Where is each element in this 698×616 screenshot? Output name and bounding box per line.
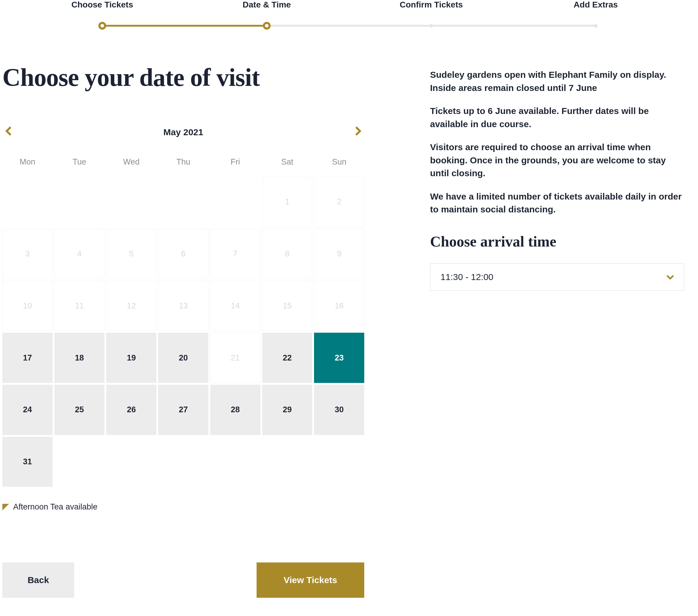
calendar-blank bbox=[158, 177, 208, 227]
step-confirm: Confirm Tickets bbox=[349, 0, 514, 10]
afternoon-tea-icon bbox=[2, 504, 9, 510]
calendar-day-19[interactable]: 19 bbox=[106, 333, 156, 383]
calendar-day-17[interactable]: 17 bbox=[2, 333, 53, 383]
calendar-dow: Fri bbox=[210, 158, 261, 175]
progress-bar: Choose Tickets Date & Time Confirm Ticke… bbox=[20, 0, 678, 27]
calendar-day-30[interactable]: 30 bbox=[314, 385, 364, 435]
chevron-down-icon bbox=[667, 272, 674, 282]
calendar-day-5: 5 bbox=[106, 229, 156, 279]
page-title: Choose your date of visit bbox=[2, 63, 364, 92]
step-dot-1 bbox=[98, 22, 106, 30]
legend: Afternoon Tea available bbox=[2, 502, 364, 511]
calendar-day-10: 10 bbox=[2, 280, 53, 331]
calendar-grid: MonTueWedThuFriSatSun1234567891011121314… bbox=[2, 158, 364, 487]
calendar-dow: Wed bbox=[106, 158, 156, 175]
step-dot-2 bbox=[263, 22, 271, 30]
calendar-day-22[interactable]: 22 bbox=[262, 333, 312, 383]
calendar-dow: Tue bbox=[54, 158, 105, 175]
arrival-time-heading: Choose arrival time bbox=[430, 233, 684, 250]
calendar-day-31[interactable]: 31 bbox=[2, 437, 53, 487]
calendar-day-8: 8 bbox=[262, 229, 312, 279]
calendar-blank bbox=[2, 177, 53, 227]
info-paragraph: Tickets up to 6 June available. Further … bbox=[430, 105, 684, 131]
view-tickets-button[interactable]: View Tickets bbox=[256, 562, 364, 598]
step-add-extras: Add Extras bbox=[514, 0, 678, 10]
calendar-day-3: 3 bbox=[2, 229, 53, 279]
calendar-next-icon[interactable] bbox=[352, 125, 364, 139]
info-text: Sudeley gardens open with Elephant Famil… bbox=[430, 68, 684, 216]
calendar-day-12: 12 bbox=[106, 280, 156, 331]
step-dot-4 bbox=[594, 24, 598, 28]
arrival-time-select[interactable]: 11:30 - 12:00 bbox=[430, 263, 684, 291]
calendar-prev-icon[interactable] bbox=[2, 125, 14, 139]
calendar-day-2: 2 bbox=[314, 177, 364, 227]
calendar-day-6: 6 bbox=[158, 229, 208, 279]
calendar-day-16: 16 bbox=[314, 280, 364, 331]
calendar-day-11: 11 bbox=[54, 280, 105, 331]
step-choose-tickets: Choose Tickets bbox=[20, 0, 184, 10]
calendar-day-4: 4 bbox=[54, 229, 105, 279]
calendar-day-24[interactable]: 24 bbox=[2, 385, 53, 435]
calendar-blank bbox=[210, 177, 261, 227]
info-paragraph: Visitors are required to choose an arriv… bbox=[430, 141, 684, 180]
calendar-day-20[interactable]: 20 bbox=[158, 333, 208, 383]
info-paragraph: We have a limited number of tickets avai… bbox=[430, 190, 684, 216]
legend-label: Afternoon Tea available bbox=[13, 502, 97, 511]
calendar-day-14: 14 bbox=[210, 280, 261, 331]
calendar-dow: Sun bbox=[314, 158, 364, 175]
calendar-dow: Mon bbox=[2, 158, 53, 175]
calendar-day-23[interactable]: 23 bbox=[314, 333, 364, 383]
calendar-day-25[interactable]: 25 bbox=[54, 385, 105, 435]
calendar-month-label: May 2021 bbox=[163, 127, 203, 137]
arrival-time-value: 11:30 - 12:00 bbox=[441, 272, 493, 282]
back-button[interactable]: Back bbox=[2, 562, 74, 598]
calendar-day-28[interactable]: 28 bbox=[210, 385, 261, 435]
calendar-dow: Thu bbox=[158, 158, 208, 175]
calendar-day-21: 21 bbox=[210, 333, 261, 383]
calendar-day-27[interactable]: 27 bbox=[158, 385, 208, 435]
calendar-blank bbox=[54, 177, 105, 227]
calendar-day-9: 9 bbox=[314, 229, 364, 279]
step-dot-3 bbox=[430, 24, 433, 28]
calendar-day-7: 7 bbox=[210, 229, 261, 279]
calendar-day-15: 15 bbox=[262, 280, 312, 331]
info-paragraph: Sudeley gardens open with Elephant Famil… bbox=[430, 68, 684, 94]
calendar-blank bbox=[106, 177, 156, 227]
calendar-day-1: 1 bbox=[262, 177, 312, 227]
calendar-day-18[interactable]: 18 bbox=[54, 333, 105, 383]
step-date-time: Date & Time bbox=[184, 0, 349, 10]
calendar-day-26[interactable]: 26 bbox=[106, 385, 156, 435]
calendar-day-13: 13 bbox=[158, 280, 208, 331]
calendar-dow: Sat bbox=[262, 158, 312, 175]
calendar-day-29[interactable]: 29 bbox=[262, 385, 312, 435]
